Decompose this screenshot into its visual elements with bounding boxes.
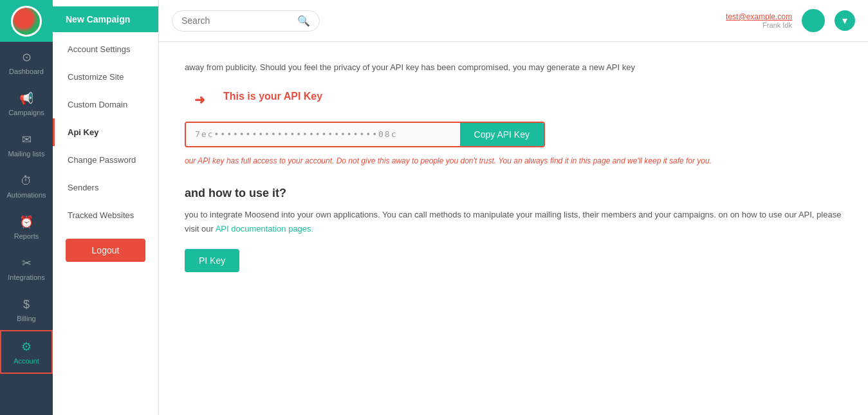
sidebar-item-mailing-lists[interactable]: ✉ Mailing lists: [0, 124, 53, 165]
copy-api-button[interactable]: Copy API Key: [460, 123, 544, 146]
sidebar-label-automations: Automations: [6, 191, 46, 199]
automations-icon: ⏱: [19, 173, 34, 189]
arrow-icon: ➜: [194, 92, 205, 107]
dashboard-icon: ⊙: [19, 50, 34, 65]
api-description: away from publicity. Should you feel the…: [185, 61, 842, 75]
sub-item-senders[interactable]: Senders: [53, 174, 158, 201]
sidebar-label-integrations: Integrations: [8, 273, 44, 281]
sidebar-item-integrations[interactable]: ✂ Integrations: [0, 248, 53, 289]
api-key-section: ➜ This is your API Key 7ec••••••••••••••…: [185, 91, 842, 167]
sidebar-label-mailing-lists: Mailing lists: [8, 150, 45, 158]
search-input[interactable]: [181, 15, 297, 26]
topbar-right: test@example.com Frank Idk ▼: [726, 9, 855, 32]
api-warning: our API key has full access to your acco…: [185, 155, 842, 167]
sub-sidebar-header: New Campaign: [53, 6, 158, 32]
api-key-label: ➜ This is your API Key: [223, 91, 322, 102]
sidebar-item-billing[interactable]: $ Billing: [0, 289, 53, 330]
sidebar-item-campaigns[interactable]: 📢 Campaigns: [0, 83, 53, 124]
sub-item-tracked-websites[interactable]: Tracked Websites: [53, 201, 158, 229]
sub-item-api-key[interactable]: Api Key: [53, 118, 158, 146]
logout-button[interactable]: Logout: [66, 239, 145, 262]
sub-item-customize-site[interactable]: Customize Site: [53, 63, 158, 91]
sidebar-label-billing: Billing: [17, 315, 35, 322]
main-area: 🔍 test@example.com Frank Idk ▼ away from…: [159, 0, 868, 415]
sidebar-item-account[interactable]: ⚙ Account: [0, 330, 53, 374]
topbar: 🔍 test@example.com Frank Idk ▼: [159, 0, 868, 42]
dropdown-button[interactable]: ▼: [835, 10, 855, 31]
user-email: test@example.com: [726, 12, 792, 21]
campaigns-icon: 📢: [19, 91, 34, 106]
how-to-title: and how to use it?: [185, 187, 842, 200]
left-sidebar: ⊙ Dashboard 📢 Campaigns ✉ Mailing lists …: [0, 0, 53, 415]
how-to-desc: you to integrate Moosend into your own a…: [185, 208, 842, 236]
sidebar-label-account: Account: [14, 357, 39, 365]
logo-icon: [11, 6, 42, 37]
api-key-row: 7ec••••••••••••••••••••••••••08c Copy AP…: [185, 122, 545, 147]
sidebar-item-reports[interactable]: ⏰ Reports: [0, 207, 53, 248]
sub-item-account-settings[interactable]: Account Settings: [53, 35, 158, 63]
api-key-value: 7ec••••••••••••••••••••••••••08c: [186, 123, 460, 145]
sub-item-custom-domain[interactable]: Custom Domain: [53, 91, 158, 118]
billing-icon: $: [19, 297, 34, 312]
account-icon: ⚙: [19, 339, 34, 355]
sub-item-change-password[interactable]: Change Password: [53, 146, 158, 174]
app-logo[interactable]: [0, 0, 53, 42]
sub-sidebar: New Campaign Account Settings Customize …: [53, 0, 159, 415]
sidebar-item-automations[interactable]: ⏱ Automations: [0, 165, 53, 207]
user-info: test@example.com Frank Idk: [726, 12, 792, 29]
search-box[interactable]: 🔍: [172, 10, 320, 32]
sidebar-label-reports: Reports: [14, 232, 39, 240]
user-name: Frank Idk: [762, 21, 792, 29]
generate-api-key-button[interactable]: PI Key: [185, 249, 239, 272]
avatar: [802, 9, 825, 32]
search-icon: 🔍: [297, 15, 310, 27]
sidebar-label-campaigns: Campaigns: [8, 109, 44, 116]
reports-icon: ⏰: [19, 214, 34, 230]
integrations-icon: ✂: [19, 255, 34, 271]
sidebar-label-dashboard: Dashboard: [9, 68, 44, 75]
content-area: away from publicity. Should you feel the…: [159, 42, 868, 415]
mailing-lists-icon: ✉: [19, 132, 34, 147]
sidebar-item-dashboard[interactable]: ⊙ Dashboard: [0, 42, 53, 83]
api-doc-link[interactable]: API documentation pages.: [216, 224, 314, 234]
